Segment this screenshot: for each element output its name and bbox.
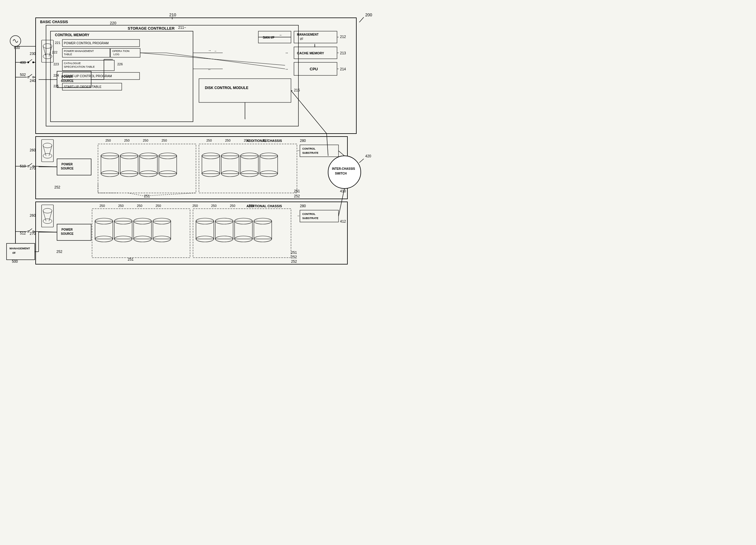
ref250-bot5: 250 bbox=[192, 204, 198, 208]
svg-text:→: → bbox=[214, 49, 217, 53]
control-substrate-mid-label1: CONTROL bbox=[302, 147, 316, 150]
ref270-bot-label: 270 bbox=[30, 232, 36, 236]
svg-text:LOG: LOG bbox=[113, 53, 119, 56]
ref210-label: 210 bbox=[169, 12, 176, 17]
ref420-label: 420 bbox=[365, 154, 371, 158]
power-source-top-label2: SOURCE bbox=[61, 79, 74, 83]
ref212-label: 212 bbox=[340, 35, 346, 39]
power-control-program-label: POWER CONTROL PROGRAM bbox=[64, 41, 109, 45]
ref220-label: 220 bbox=[110, 21, 116, 25]
ref250-bot1: 250 bbox=[99, 204, 105, 208]
ref250-bot4: 250 bbox=[156, 204, 161, 208]
svg-text:←: ← bbox=[279, 33, 283, 37]
ref213-label: 213 bbox=[340, 51, 346, 55]
ref250-mid4: 250 bbox=[162, 139, 167, 142]
ref400-label: 400 bbox=[20, 61, 26, 65]
catalogue-spec-table-label: CATALOGUE bbox=[64, 61, 81, 65]
mgmt-if-bottom-label2: I/F bbox=[12, 251, 16, 255]
inter-chassis-switch-label2: SWITCH bbox=[335, 172, 347, 175]
ref260-bot-label: 260 bbox=[30, 214, 36, 218]
ref250-bot2: 250 bbox=[118, 204, 124, 208]
svg-text:~: ~ bbox=[184, 26, 186, 29]
mgmt-if-bottom-label1: MANAGEMENT bbox=[10, 247, 30, 250]
ref512-label: 512 bbox=[20, 231, 26, 236]
ref230-label: 230 bbox=[30, 52, 36, 56]
svg-text:↔: ↔ bbox=[285, 67, 289, 71]
inter-chassis-switch-label1: INTER-CHASSIS bbox=[332, 167, 355, 170]
ref502-label: 502 bbox=[20, 73, 26, 77]
ref251-bot-label: 251 bbox=[128, 258, 134, 262]
ref280-mid-label: 280 bbox=[300, 139, 306, 143]
ref251-mid2-label: 251 bbox=[294, 189, 300, 193]
ref225-label: 225 bbox=[53, 84, 59, 88]
ref250-mid5: 250 bbox=[206, 139, 212, 142]
ref410-label: 410 bbox=[340, 189, 346, 193]
ref211-label: 211 bbox=[178, 26, 184, 30]
ref252-bot3-label: 252 bbox=[56, 250, 62, 254]
svg-text:SPECIFICATION TABLE: SPECIFICATION TABLE bbox=[64, 65, 95, 68]
ref252-bot2-label: 252 bbox=[291, 260, 297, 264]
ref226-label: 226 bbox=[117, 62, 123, 66]
svg-text:←: ← bbox=[208, 67, 211, 72]
svg-text:TABLE: TABLE bbox=[64, 53, 72, 56]
ref251-bot2-label: 251 bbox=[291, 251, 297, 255]
control-memory-label: CONTROL MEMORY bbox=[55, 33, 89, 37]
ref224-label: 224 bbox=[53, 74, 59, 77]
ref221-label: 221 bbox=[55, 41, 60, 45]
power-source-top-label1: POWER bbox=[61, 75, 73, 78]
svg-text:↔: ↔ bbox=[297, 149, 300, 152]
ref250-mid8: 250 bbox=[262, 139, 268, 142]
ref280-bot-label: 280 bbox=[300, 204, 306, 208]
basic-chassis-label: BASIC CHASSIS bbox=[40, 20, 68, 24]
ref252-mid2-label: 252 bbox=[294, 194, 300, 198]
ref214-label: 214 bbox=[340, 67, 346, 71]
svg-text:↔: ↔ bbox=[297, 214, 300, 217]
power-source-bot-label1: POWER bbox=[61, 228, 73, 231]
power-source-bot-label2: SOURCE bbox=[61, 232, 74, 236]
ref250-mid6: 250 bbox=[225, 139, 230, 142]
svg-text:I/F: I/F bbox=[300, 37, 303, 41]
svg-text:→: → bbox=[208, 48, 211, 53]
ref251-mid-label: 251 bbox=[144, 194, 150, 198]
ref252-mid-label1: 252 bbox=[54, 185, 60, 190]
ref223-label: 223 bbox=[53, 62, 59, 66]
control-substrate-bot-label2: SUBSTRATE bbox=[302, 217, 318, 220]
ref250-bot8: 250 bbox=[249, 204, 254, 208]
ref250-mid7: 250 bbox=[244, 139, 249, 142]
ref222-label: 222 bbox=[52, 50, 57, 54]
ref500-label: 500 bbox=[12, 260, 18, 264]
diagram-container: 200 BASIC CHASSIS 210 220 211 ~ STORAGE … bbox=[0, 0, 378, 272]
ref240-label: 240 bbox=[30, 79, 36, 83]
cache-memory-label: CACHE MEMORY bbox=[297, 51, 324, 55]
control-substrate-bot-label1: CONTROL bbox=[302, 213, 316, 216]
cpu-label: CPU bbox=[310, 67, 318, 71]
power-mgmt-table-label: POWER MANAGEMENT bbox=[64, 50, 94, 53]
ref250-bot3: 250 bbox=[137, 204, 142, 208]
mgmt-if-top-label: MANAGEMENT bbox=[297, 33, 319, 36]
ref412-label: 412 bbox=[340, 219, 346, 224]
power-source-mid-label1: POWER bbox=[61, 163, 73, 166]
power-source-mid-label2: SOURCE bbox=[61, 167, 74, 170]
ref250-mid2: 250 bbox=[124, 139, 129, 142]
ref250-bot6: 250 bbox=[211, 204, 216, 208]
disk-control-module-label: DISK CONTROL MODULE bbox=[205, 86, 248, 90]
san-if-label: SAN I/F bbox=[263, 36, 274, 39]
ref270-mid-label: 270 bbox=[30, 166, 36, 170]
svg-text:↑: ↑ bbox=[314, 44, 316, 48]
svg-text:↔: ↔ bbox=[285, 51, 289, 55]
svg-text:↓: ↓ bbox=[244, 116, 246, 120]
storage-controller-label: STORAGE CONTROLLER bbox=[128, 26, 175, 31]
control-substrate-mid-label2: SUBSTRATE bbox=[302, 151, 318, 154]
ref252-bot1-label: 252 bbox=[291, 255, 297, 259]
ref260-mid-label: 260 bbox=[30, 148, 36, 152]
ref200-label: 200 bbox=[365, 12, 372, 17]
ref250-mid1: 250 bbox=[105, 139, 111, 142]
ref215-label: 215 bbox=[294, 88, 300, 92]
ref250-bot7: 250 bbox=[230, 204, 235, 208]
ref250-mid3: 250 bbox=[143, 139, 148, 142]
start-up-order-table-label: START-UP ORDER TABLE bbox=[64, 85, 102, 89]
operation-log-label: OPERA TION bbox=[112, 49, 129, 53]
